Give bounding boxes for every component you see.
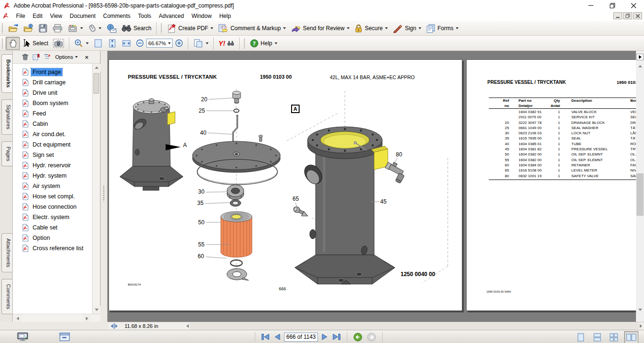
facing-pages-button[interactable] — [624, 331, 638, 343]
menu-item[interactable]: Window — [188, 12, 216, 20]
scroll-down-button[interactable] — [92, 306, 100, 314]
doc-minimize-button[interactable] — [613, 12, 622, 19]
pane-splitter-icon[interactable] — [110, 323, 118, 329]
doc-scroll-right-button[interactable] — [640, 324, 642, 328]
scrollbar-thumb[interactable] — [93, 73, 99, 94]
zoom-level-combo[interactable]: 66.67% — [146, 39, 173, 48]
doc-restore-button[interactable] — [623, 12, 632, 19]
previous-view-button[interactable] — [352, 332, 363, 343]
single-page-button[interactable] — [575, 331, 587, 343]
bookmark-item[interactable]: Feed — [22, 108, 92, 119]
organizer-button[interactable] — [65, 22, 85, 35]
sidebar-tab[interactable]: Pages — [1, 141, 12, 166]
zoom-out-button[interactable] — [134, 37, 146, 49]
sidebar-tab[interactable]: Comments — [1, 279, 12, 314]
continuous-page-button[interactable] — [591, 331, 603, 343]
search-button[interactable]: Search — [119, 22, 154, 34]
panel-splitter[interactable] — [100, 51, 108, 322]
minimized-window-icon[interactable] — [59, 332, 70, 342]
next-view-button[interactable] — [366, 332, 377, 343]
doc-scroll-left-button[interactable] — [186, 324, 189, 328]
zoom-tool-button[interactable] — [72, 37, 91, 50]
monitor-icon[interactable] — [17, 332, 28, 342]
menu-item[interactable]: Document — [66, 12, 100, 20]
attach-button[interactable] — [85, 22, 104, 35]
bookmark-item[interactable]: Front page — [22, 67, 92, 77]
snapshot-tool-button[interactable] — [50, 37, 67, 50]
next-page-button[interactable] — [321, 333, 329, 341]
menu-item[interactable]: Help — [216, 12, 235, 20]
open-button[interactable] — [6, 22, 21, 35]
doc-hscrollbar[interactable] — [190, 323, 639, 330]
bookmark-item[interactable]: Cable set — [22, 222, 92, 233]
doc-scrollbar-thumb[interactable] — [636, 173, 644, 216]
splitter-grip[interactable] — [103, 185, 105, 201]
bookmark-item[interactable]: Hydr. system — [22, 171, 92, 181]
bookmark-item[interactable]: Sign set — [22, 150, 92, 160]
zoom-in-button[interactable] — [173, 37, 185, 49]
toolbar-grip[interactable] — [160, 23, 163, 33]
bookmark-item[interactable]: Cross reference list — [22, 243, 92, 253]
select-tool-button[interactable]: Select — [20, 37, 50, 49]
toolbar-grip[interactable] — [1, 23, 4, 33]
delete-bookmark-button[interactable] — [22, 54, 28, 60]
forms-button[interactable]: Forms — [424, 22, 461, 35]
sign-button[interactable]: Sign — [390, 22, 424, 35]
doc-scroll-up-button[interactable] — [636, 62, 644, 70]
first-page-button[interactable] — [260, 333, 270, 341]
yahoo-toolbar-button[interactable]: Y! — [216, 38, 237, 49]
bookmark-item[interactable]: Drive unit — [22, 88, 92, 98]
sidebar-tab[interactable]: Attachments — [1, 233, 12, 272]
print-button[interactable] — [50, 22, 65, 35]
bookmark-item[interactable]: Air cond.det. — [22, 129, 92, 139]
fit-height-button[interactable] — [105, 37, 119, 50]
bookmark-item[interactable]: Electr. system — [22, 212, 92, 222]
expand-current-bookmark-button[interactable] — [33, 54, 40, 60]
bookmarks-options-button[interactable]: Options — [55, 54, 78, 60]
toolbar-grip[interactable] — [1, 38, 4, 49]
menu-item[interactable]: Tools — [134, 12, 155, 20]
help-button[interactable]: ?Help — [248, 37, 280, 49]
bookmark-item[interactable]: Hydr. reservoir — [22, 160, 92, 171]
document-vscrollbar[interactable] — [636, 51, 644, 322]
hand-tool-button[interactable] — [6, 37, 20, 50]
bookmark-item[interactable]: Drill carriage — [22, 77, 92, 88]
bookmark-item[interactable]: Hose set compl. — [22, 191, 92, 202]
scroll-right-button[interactable] — [83, 314, 91, 322]
bookmark-item[interactable]: Hose connection — [22, 202, 92, 212]
send-for-review-button[interactable]: Send for Review — [288, 22, 352, 35]
panel-close-button[interactable]: × — [85, 54, 89, 60]
bookmark-item[interactable]: Boom system — [22, 98, 92, 108]
new-bookmark-button[interactable] — [44, 54, 51, 60]
document-area[interactable]: PRESSURE VESSEL / TRYCKTANK 1950 0103 00… — [108, 51, 636, 322]
bookmark-item[interactable]: Air system — [22, 181, 92, 191]
page-number-field[interactable] — [284, 333, 318, 342]
secure-button[interactable]: Secure — [352, 22, 390, 35]
restore-button[interactable] — [602, 0, 623, 11]
bookmarks-vscrollbar[interactable] — [92, 64, 100, 314]
save-button[interactable] — [36, 22, 50, 35]
expand-pane-button[interactable] — [636, 54, 644, 60]
sidebar-tab[interactable]: Signatures — [1, 99, 12, 135]
bookmark-item[interactable]: Dct equipment — [22, 139, 92, 150]
menu-item[interactable]: View — [46, 12, 66, 20]
close-button[interactable] — [623, 0, 644, 11]
minimize-button[interactable] — [580, 0, 602, 11]
doc-close-button[interactable] — [633, 12, 642, 19]
menu-item[interactable]: Comments — [100, 12, 134, 20]
last-page-button[interactable] — [332, 333, 342, 341]
menu-item[interactable]: File — [12, 12, 29, 20]
menu-item[interactable]: Edit — [29, 12, 46, 20]
toolbar-grip[interactable] — [243, 38, 246, 49]
continuous-facing-button[interactable] — [608, 331, 620, 343]
scroll-up-button[interactable] — [92, 64, 100, 72]
open-web-button[interactable] — [21, 22, 36, 35]
sidebar-tab[interactable]: Bookmarks — [1, 54, 12, 93]
doc-scroll-down-button[interactable] — [636, 306, 644, 314]
page-display-button[interactable] — [191, 37, 211, 50]
menu-item[interactable]: Advanced — [155, 12, 188, 20]
bookmarks-hscrollbar[interactable] — [13, 314, 100, 322]
fit-page-button[interactable] — [91, 37, 105, 50]
email-button[interactable] — [104, 22, 119, 35]
fit-width-button[interactable] — [119, 37, 134, 50]
